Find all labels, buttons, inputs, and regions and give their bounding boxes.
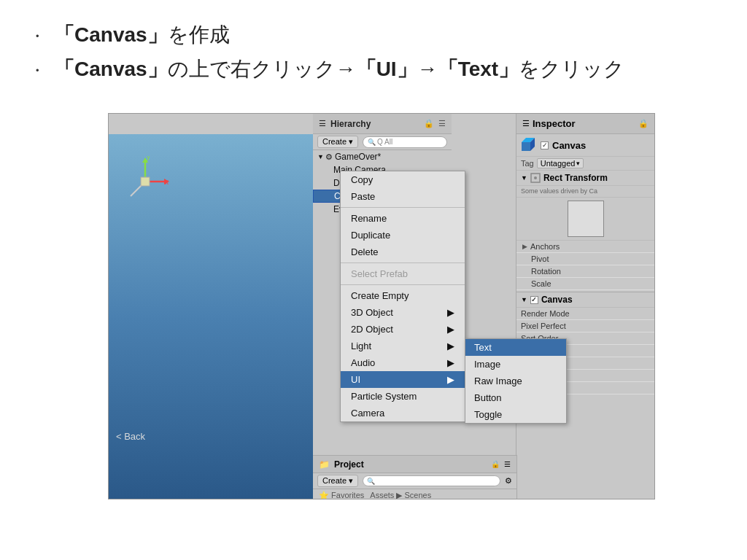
hierarchy-create-button[interactable]: Create ▾	[317, 136, 358, 148]
project-tabs: ⭐ Favorites Assets ▶ Scenes	[313, 489, 516, 499]
submenu-toggle[interactable]: Toggle	[465, 406, 566, 423]
gameover-label: GameOver*	[335, 152, 381, 162]
tag-dropdown-icon: ▾	[576, 160, 580, 167]
rect-transform-header: ▼ Rect Transform	[516, 171, 654, 186]
text-bold: 「Text」	[438, 58, 519, 80]
gameover-scene-icon: ⚙	[325, 152, 333, 162]
hierarchy-create-label: Create ▾	[322, 137, 353, 147]
submenu-image[interactable]: Image	[465, 356, 566, 373]
project-title: Project	[334, 459, 364, 470]
project-lock-icon: 🔒	[491, 460, 500, 468]
project-create-button[interactable]: Create ▾	[317, 475, 358, 487]
project-panel: 📁 Project 🔒 ☰ Create ▾ 🔍 ⚙ ⭐ Favorites A…	[313, 455, 517, 499]
canvas-object-row: Canvas	[516, 134, 654, 157]
pixel-perfect-row: Pixel Perfect	[516, 320, 654, 332]
project-tab-assets[interactable]: Assets ▶ Scenes	[370, 491, 431, 499]
gameover-triangle-icon: ▼	[317, 153, 324, 160]
ctx-2d-object[interactable]: 2D Object ▶	[341, 321, 465, 338]
axis-gizmo: y x	[120, 156, 171, 207]
bullet-content-1: 「Canvas」を作成	[54, 20, 230, 49]
ctx-light[interactable]: Light ▶	[341, 338, 465, 354]
pivot-row: Pivot	[516, 253, 654, 265]
canvas-component-label: Canvas	[541, 295, 573, 305]
ctx-2d-object-arrow-icon: ▶	[447, 324, 454, 335]
submenu-raw-image[interactable]: Raw Image	[465, 373, 566, 389]
anchors-triangle-icon: ▶	[522, 243, 527, 250]
hierarchy-item-gameover[interactable]: ▼ ⚙ GameOver*	[313, 150, 452, 163]
ctx-sep-1	[341, 207, 465, 208]
rect-transform-triangle-icon: ▼	[521, 174, 527, 182]
ctx-duplicate[interactable]: Duplicate	[341, 227, 465, 244]
rect-transform-icon	[530, 173, 541, 183]
bullet-dot-2: ・	[29, 60, 45, 82]
ctx-particle-system[interactable]: Particle System	[341, 388, 465, 405]
svg-text:x: x	[165, 178, 169, 186]
hierarchy-toolbar: Create ▾ 🔍 Q All	[313, 134, 452, 150]
ctx-audio[interactable]: Audio ▶	[341, 354, 465, 371]
tag-value-text: Untagged	[541, 159, 576, 168]
ctx-select-prefab: Select Prefab	[341, 265, 465, 282]
pivot-label: Pivot	[531, 254, 649, 263]
ctx-sep-3	[341, 284, 465, 285]
bullet-content-2: 「Canvas」の上で右クリック→「UI」→「Text」をクリック	[54, 55, 624, 83]
rotation-row: Rotation	[516, 265, 654, 278]
canvas-component-checkbox[interactable]	[530, 296, 538, 304]
ctx-ui[interactable]: UI ▶	[341, 371, 465, 388]
tag-row: Tag Untagged ▾	[516, 157, 654, 171]
canvas-object-name: Canvas	[552, 140, 586, 151]
bullet-dot-1: ・	[29, 26, 45, 47]
ctx-copy[interactable]: Copy	[341, 171, 465, 188]
back-button[interactable]: < Back	[116, 431, 145, 442]
svg-marker-11	[522, 142, 530, 151]
unity-screenshot: y x < Back ☰ Hierarchy 🔒 ☰ Create ▾	[108, 113, 655, 499]
canvas-checkbox[interactable]	[541, 141, 549, 149]
scale-row: Scale	[516, 278, 654, 290]
hierarchy-search-box[interactable]: 🔍 Q All	[363, 136, 447, 148]
ctx-camera[interactable]: Camera	[341, 405, 465, 421]
project-search-box[interactable]: 🔍	[363, 475, 500, 486]
ctx-paste[interactable]: Paste	[341, 188, 465, 205]
hierarchy-lock-icon: 🔒	[424, 119, 434, 128]
project-create-label: Create ▾	[322, 476, 353, 486]
ctx-rename[interactable]: Rename	[341, 210, 465, 227]
anchors-label: Anchors	[530, 242, 649, 251]
scale-label: Scale	[531, 279, 649, 288]
ctx-audio-label: Audio	[351, 357, 375, 368]
tag-label: Tag	[521, 159, 534, 168]
ctx-3d-object-arrow-icon: ▶	[447, 307, 454, 318]
search-icon: 🔍	[368, 139, 376, 146]
project-search-icon: 🔍	[367, 478, 375, 485]
project-folder-icon: 📁	[319, 459, 330, 470]
inspector-title: Inspector	[533, 118, 576, 129]
bullet-line-2: ・ 「Canvas」の上で右クリック→「UI」→「Text」をクリック	[29, 55, 718, 83]
project-settings-icon[interactable]: ⚙	[505, 476, 512, 486]
rect-transform-label: Rect Transform	[543, 173, 608, 183]
rotation-label: Rotation	[531, 267, 649, 276]
ctx-ui-arrow-icon: ▶	[447, 374, 454, 385]
ctx-sep-2	[341, 262, 465, 263]
svg-point-13	[534, 176, 537, 179]
canvas-component-triangle-icon: ▼	[521, 296, 527, 303]
rect-transform-note: Some values driven by Ca	[516, 186, 654, 198]
tag-value-box[interactable]: Untagged ▾	[537, 158, 584, 168]
submenu-text[interactable]: Text	[465, 339, 566, 356]
svg-text:y: y	[147, 156, 150, 160]
project-tab-favorites[interactable]: ⭐ Favorites	[319, 491, 364, 499]
ctx-delete[interactable]: Delete	[341, 244, 465, 260]
ctx-ui-label: UI	[351, 374, 360, 385]
svg-rect-5	[141, 177, 150, 186]
bullet-line-1: ・ 「Canvas」を作成	[29, 20, 718, 49]
hierarchy-panel-header: ☰ Hierarchy 🔒 ☰	[313, 114, 452, 134]
canvas-bold-1: 「Canvas」	[54, 23, 168, 46]
inspector-panel: ☰ Inspector 🔒 Canvas Tag	[516, 114, 654, 480]
hierarchy-search-placeholder: Q All	[377, 138, 392, 146]
hierarchy-title: Hierarchy	[330, 119, 371, 129]
context-menu: Copy Paste Rename Duplicate Delete Selec…	[340, 171, 465, 422]
ctx-audio-arrow-icon: ▶	[447, 357, 454, 368]
inspector-header: ☰ Inspector 🔒	[516, 114, 654, 134]
rect-preview-container	[516, 198, 654, 241]
submenu-button[interactable]: Button	[465, 389, 566, 406]
anchors-row: ▶ Anchors	[516, 241, 654, 253]
ctx-3d-object[interactable]: 3D Object ▶	[341, 304, 465, 321]
ctx-create-empty[interactable]: Create Empty	[341, 287, 465, 304]
